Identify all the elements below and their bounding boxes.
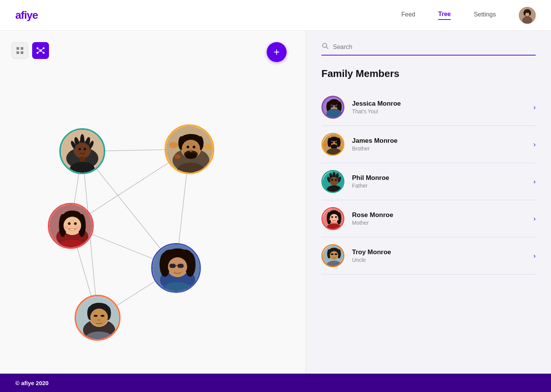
svg-point-110 bbox=[328, 138, 331, 147]
member-name-james: James Monroe bbox=[352, 137, 533, 145]
svg-point-126 bbox=[331, 179, 333, 181]
svg-point-68 bbox=[76, 226, 81, 229]
family-item-rose[interactable]: Rose Monroe Mother › bbox=[321, 200, 536, 237]
svg-point-39 bbox=[84, 148, 86, 150]
avatar-jessica bbox=[321, 96, 344, 119]
chevron-phil[interactable]: › bbox=[533, 178, 536, 186]
svg-point-66 bbox=[74, 222, 77, 225]
node-james[interactable] bbox=[165, 124, 214, 174]
nav-right bbox=[519, 7, 536, 24]
svg-rect-103 bbox=[330, 105, 333, 108]
family-list: Jessica Monroe That's You! › bbox=[321, 89, 536, 274]
family-item-phil[interactable]: Phil Monroe Father › bbox=[321, 163, 536, 200]
svg-point-125 bbox=[330, 177, 338, 185]
svg-point-147 bbox=[335, 253, 337, 255]
member-relation-jessica: That's You! bbox=[352, 108, 533, 114]
member-name-jessica: Jessica Monroe bbox=[352, 100, 533, 108]
svg-point-113 bbox=[331, 142, 333, 144]
nav-feed[interactable]: Feed bbox=[401, 11, 415, 20]
member-info-phil: Phil Monroe Father bbox=[352, 174, 533, 189]
svg-point-55 bbox=[204, 144, 212, 150]
svg-point-114 bbox=[335, 142, 337, 144]
chevron-rose[interactable]: › bbox=[533, 215, 536, 223]
svg-point-56 bbox=[174, 154, 181, 159]
member-relation-james: Brother bbox=[352, 145, 533, 152]
svg-rect-104 bbox=[335, 105, 338, 108]
logo[interactable]: afiye bbox=[15, 9, 38, 21]
svg-point-135 bbox=[331, 216, 333, 218]
svg-rect-79 bbox=[170, 264, 176, 268]
svg-point-146 bbox=[331, 253, 334, 255]
nav: Feed Tree Settings bbox=[401, 7, 536, 24]
svg-point-138 bbox=[336, 219, 339, 220]
svg-point-115 bbox=[323, 143, 328, 146]
member-relation-troy: Uncle bbox=[352, 257, 533, 263]
nav-settings[interactable]: Settings bbox=[474, 11, 496, 20]
member-info-troy: Troy Monroe Uncle bbox=[352, 248, 533, 263]
svg-point-64 bbox=[64, 217, 81, 234]
user-avatar-img bbox=[519, 7, 536, 24]
node-phil[interactable] bbox=[59, 128, 105, 174]
nav-tree[interactable]: Tree bbox=[438, 11, 451, 20]
svg-point-6 bbox=[529, 11, 531, 15]
chevron-james[interactable]: › bbox=[533, 140, 536, 149]
svg-point-116 bbox=[341, 143, 344, 146]
search-bar bbox=[321, 42, 536, 56]
svg-line-82 bbox=[168, 265, 170, 266]
family-item-jessica[interactable]: Jessica Monroe That's You! › bbox=[321, 89, 536, 126]
svg-point-54 bbox=[169, 142, 178, 148]
svg-point-53 bbox=[189, 150, 192, 152]
node-jessica[interactable] bbox=[151, 243, 201, 293]
member-info-rose: Rose Monroe Mother bbox=[352, 211, 533, 226]
member-name-troy: Troy Monroe bbox=[352, 248, 533, 256]
svg-point-94 bbox=[98, 319, 100, 321]
canvas-area: + bbox=[0, 31, 306, 374]
avatar-james bbox=[321, 133, 344, 156]
svg-point-67 bbox=[64, 226, 69, 229]
avatar-phil bbox=[321, 170, 344, 193]
search-icon bbox=[321, 42, 329, 52]
family-item-james[interactable]: James Monroe Brother › bbox=[321, 126, 536, 163]
family-item-troy[interactable]: Troy Monroe Uncle › bbox=[321, 237, 536, 274]
node-rose[interactable] bbox=[48, 203, 94, 249]
svg-point-127 bbox=[335, 179, 337, 181]
chevron-troy[interactable]: › bbox=[533, 252, 536, 260]
svg-point-37 bbox=[74, 143, 90, 158]
footer: © afiye 2020 bbox=[0, 374, 551, 392]
header: afiye Feed Tree Settings bbox=[0, 0, 551, 31]
main-content: + bbox=[0, 31, 551, 374]
chevron-jessica[interactable]: › bbox=[533, 103, 536, 111]
avatar-rose bbox=[321, 207, 344, 230]
right-panel: Family Members bbox=[306, 31, 551, 374]
member-name-phil: Phil Monroe bbox=[352, 174, 533, 182]
user-avatar[interactable] bbox=[519, 7, 536, 24]
svg-point-51 bbox=[187, 146, 189, 149]
svg-point-50 bbox=[185, 153, 197, 159]
svg-point-76 bbox=[164, 250, 176, 259]
svg-point-93 bbox=[101, 315, 104, 317]
member-name-rose: Rose Monroe bbox=[352, 211, 533, 219]
svg-point-136 bbox=[335, 216, 337, 218]
svg-point-77 bbox=[179, 250, 191, 259]
svg-point-137 bbox=[329, 219, 332, 220]
svg-rect-40 bbox=[80, 157, 85, 162]
svg-point-92 bbox=[94, 315, 98, 317]
svg-point-111 bbox=[337, 138, 341, 147]
svg-line-97 bbox=[326, 47, 328, 49]
footer-text: © afiye 2020 bbox=[15, 380, 49, 386]
avatar-troy bbox=[321, 244, 344, 267]
svg-point-52 bbox=[193, 146, 196, 149]
svg-point-65 bbox=[68, 222, 71, 225]
member-info-james: James Monroe Brother bbox=[352, 137, 533, 152]
search-input[interactable] bbox=[333, 44, 536, 51]
member-info-jessica: Jessica Monroe That's You! bbox=[352, 100, 533, 114]
member-relation-rose: Mother bbox=[352, 220, 533, 226]
svg-point-38 bbox=[79, 148, 81, 150]
svg-rect-80 bbox=[178, 264, 184, 268]
connection-lines bbox=[0, 31, 306, 374]
section-title: Family Members bbox=[321, 68, 536, 80]
svg-point-5 bbox=[523, 11, 526, 15]
svg-line-83 bbox=[184, 265, 185, 266]
member-relation-phil: Father bbox=[352, 183, 533, 189]
node-troy[interactable] bbox=[75, 295, 121, 341]
